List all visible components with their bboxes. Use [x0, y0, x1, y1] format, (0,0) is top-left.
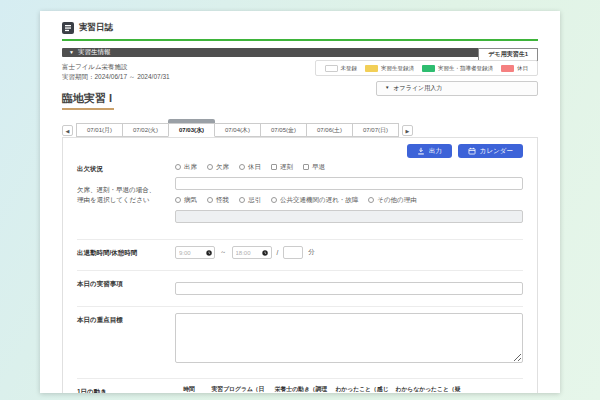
- reason-options: 病気 怪我 忌引 公共交通機関の遅れ・故障: [175, 195, 523, 205]
- chevron-down-icon: ▼: [69, 50, 74, 55]
- attendance-option-early-leave[interactable]: 早退: [303, 163, 325, 172]
- today-goal-row: 本日の重点目標: [77, 306, 523, 373]
- reason-option-bereavement[interactable]: 忌引: [239, 196, 261, 205]
- option-label: 遅刻: [280, 163, 293, 172]
- radio-icon[interactable]: [175, 164, 181, 170]
- page-title: 臨地実習 I: [62, 91, 114, 110]
- tab-0702[interactable]: 07/02(火): [122, 123, 169, 137]
- checkbox-icon[interactable]: [303, 164, 309, 170]
- tab-0706[interactable]: 07/06(土): [306, 123, 353, 137]
- clock-icon[interactable]: [262, 249, 268, 257]
- today-goal-label: 本日の重点目標: [77, 313, 175, 367]
- attendance-option-present[interactable]: 出席: [175, 163, 197, 172]
- download-icon: [417, 147, 425, 155]
- attendance-label-col: 出欠状況 欠席、遅刻・早退の場合、 理由を選択してください: [77, 162, 175, 228]
- app-header: 実習日誌: [62, 19, 538, 39]
- time-separator: ～: [220, 248, 227, 257]
- radio-icon[interactable]: [368, 197, 374, 203]
- attendance-detail-input[interactable]: [175, 177, 523, 190]
- option-label: 病気: [184, 196, 197, 205]
- app-title: 実習日誌: [79, 22, 113, 34]
- today-items-row: 本日の実習事項: [77, 270, 523, 301]
- tab-0701[interactable]: 07/01(月): [76, 123, 123, 137]
- today-goal-textarea[interactable]: [175, 313, 523, 363]
- start-time-input[interactable]: [179, 250, 204, 256]
- worktime-label: 出退勤時間/休憩時間: [77, 246, 175, 259]
- daily-activity-table: 時間 実習プログラム（日課） 栄養士の動き（調理師との連携） わかった: [175, 385, 523, 393]
- tab-0707[interactable]: 07/07(日): [352, 123, 399, 137]
- radio-icon[interactable]: [207, 164, 213, 170]
- reason-label: 欠席、遅刻・早退の場合、 理由を選択してください: [77, 185, 175, 205]
- minutes-unit-label: 分: [308, 248, 315, 257]
- break-minutes-input[interactable]: [283, 246, 303, 259]
- legend-swatch-unregistered: [325, 65, 338, 72]
- reason-detail-input: [175, 210, 523, 223]
- offline-input-button[interactable]: ▼ オフライン用入力: [376, 81, 538, 96]
- status-legend: 未登録 実習生登録済 実習生・指導者登録済 休日: [315, 60, 539, 76]
- radio-icon[interactable]: [175, 197, 181, 203]
- attendance-option-holiday[interactable]: 休日: [239, 163, 261, 172]
- tabs-prev-arrow-icon[interactable]: ◀: [62, 125, 73, 136]
- student-info-toggle[interactable]: ▼ 実習生情報 デモ用実習生1: [62, 48, 538, 57]
- column-header-time: 時間: [175, 385, 203, 393]
- header-divider: [62, 39, 538, 41]
- option-label: 公共交通機関の遅れ・故障: [280, 196, 358, 205]
- option-label: 早退: [312, 163, 325, 172]
- day-panel: 出力 カレンダー 出欠状況 欠席、遅刻・早退の場合、: [62, 137, 538, 393]
- attendance-option-absent[interactable]: 欠席: [207, 163, 229, 172]
- calendar-button[interactable]: カレンダー: [458, 144, 523, 158]
- reason-option-transport[interactable]: 公共交通機関の遅れ・故障: [271, 196, 358, 205]
- reason-option-injury[interactable]: 怪我: [207, 196, 229, 205]
- radio-icon[interactable]: [207, 197, 213, 203]
- legend-label: 未登録: [341, 65, 358, 72]
- radio-icon[interactable]: [239, 197, 245, 203]
- legend-swatch-both-registered: [422, 65, 435, 72]
- date-tabs: ◀ 07/01(月) 07/02(火) 07/03(水) 07/04(木) 07…: [62, 123, 538, 137]
- tab-0705[interactable]: 07/05(金): [260, 123, 307, 137]
- time-slash: /: [277, 249, 279, 256]
- column-header-nutritionist: 栄養士の動き（調理師との連携）: [273, 385, 329, 393]
- option-label: 怪我: [216, 196, 229, 205]
- daily-activity-label: 1日の動き: [77, 385, 175, 393]
- end-time-box: [232, 246, 272, 259]
- radio-icon[interactable]: [271, 197, 277, 203]
- chevron-down-icon: ▼: [385, 86, 389, 91]
- column-header-program: 実習プログラム（日課）: [207, 385, 269, 393]
- legend-item-both-registered: 実習生・指導者登録済: [422, 65, 493, 72]
- tabs-next-arrow-icon[interactable]: ▶: [402, 125, 413, 136]
- reason-option-other[interactable]: その他の理由: [368, 196, 416, 205]
- worktime-row: 出退勤時間/休憩時間 ～: [77, 239, 523, 265]
- end-time-input[interactable]: [236, 250, 261, 256]
- student-info-label: 実習生情報: [78, 48, 111, 57]
- option-label: 休日: [248, 163, 261, 172]
- offline-input-label: オフライン用入力: [393, 84, 442, 93]
- reason-label-line1: 欠席、遅刻・早退の場合、: [77, 185, 175, 195]
- reason-label-line2: 理由を選択してください: [77, 195, 175, 205]
- attendance-row: 出欠状況 欠席、遅刻・早退の場合、 理由を選択してください 出席: [77, 162, 523, 234]
- output-button[interactable]: 出力: [407, 144, 452, 158]
- column-header-learned: わかったこと（感じたこと、気づいたこと）: [333, 385, 391, 393]
- info-row: 富士フイルム栄養施設 実習期間：2024/06/17 ～ 2024/07/31 …: [62, 60, 538, 82]
- legend-label: 実習生登録済: [381, 65, 414, 72]
- tab-0704[interactable]: 07/04(木): [214, 123, 261, 137]
- option-label: 出席: [184, 163, 197, 172]
- legend-item-holiday: 休日: [501, 65, 528, 72]
- today-items-input[interactable]: [175, 282, 523, 295]
- clock-icon[interactable]: [206, 249, 212, 257]
- checkbox-icon[interactable]: [271, 164, 277, 170]
- main-card: 実習日誌 ▼ 実習生情報 デモ用実習生1 富士フイルム栄養施設 実習期間：202…: [40, 11, 560, 393]
- option-label: 忌引: [248, 196, 261, 205]
- legend-item-unregistered: 未登録: [325, 65, 358, 72]
- journal-icon: [62, 22, 74, 34]
- option-label: 欠席: [216, 163, 229, 172]
- calendar-icon: [468, 147, 476, 155]
- today-items-label: 本日の実習事項: [77, 277, 175, 295]
- legend-swatch-holiday: [501, 65, 514, 72]
- legend-swatch-student-registered: [365, 65, 378, 72]
- daily-activity-row: 1日の動き 時間 実習プログラム（日課） 栄養士の動き（調理師との連携）: [77, 378, 523, 393]
- attendance-options: 出席 欠席 休日 遅刻: [175, 162, 523, 172]
- radio-icon[interactable]: [239, 164, 245, 170]
- attendance-option-late[interactable]: 遅刻: [271, 163, 293, 172]
- reason-option-sick[interactable]: 病気: [175, 196, 197, 205]
- tab-0703-selected[interactable]: 07/03(水): [168, 123, 215, 137]
